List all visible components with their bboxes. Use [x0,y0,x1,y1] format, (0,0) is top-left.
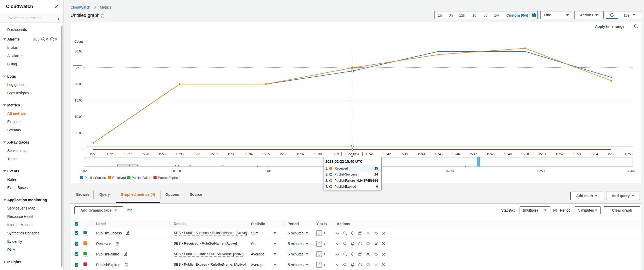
svg-text:15:27: 15:27 [124,152,132,156]
svg-text:15:49: 15:49 [504,152,512,156]
svg-text:15:31: 15:31 [193,152,201,156]
svg-text:0: 0 [46,37,48,41]
svg-text:15:30: 15:30 [176,152,184,156]
svg-text:PublishFailure: PublishFailure [132,176,152,180]
svg-text:15:38: 15:38 [314,152,322,156]
svg-text:15:34: 15:34 [245,152,253,156]
svg-text:15:46: 15:46 [452,152,460,156]
svg-text:15:44: 15:44 [417,152,425,156]
svg-text:15:45: 15:45 [435,152,443,156]
svg-text:PublishExpired: PublishExpired [158,176,179,180]
svg-text:15:55: 15:55 [607,152,615,156]
svg-text:15:33: 15:33 [228,152,235,156]
svg-text:15:32: 15:32 [210,152,218,156]
svg-text:20.00: 20.00 [75,82,82,86]
svg-text:01/23: 01/23 [81,169,88,173]
svg-text:0: 0 [55,37,57,41]
svg-text:15:56: 15:56 [625,152,633,156]
svg-text:15:48: 15:48 [487,152,494,156]
svg-text:15:51: 15:51 [538,152,546,156]
svg-text:15:29: 15:29 [158,152,166,156]
svg-text:15:43: 15:43 [400,152,408,156]
svg-text:15:37: 15:37 [297,152,304,156]
svg-text:15:41: 15:41 [366,152,374,156]
svg-text:5.00: 5.00 [76,131,83,135]
svg-text:30.00: 30.00 [75,50,82,53]
svg-text:15:36: 15:36 [279,152,287,156]
svg-text:15:39: 15:39 [331,152,339,156]
svg-text:15:47: 15:47 [469,152,477,156]
svg-text:15:53: 15:53 [573,152,581,156]
svg-text:0: 0 [81,147,82,151]
svg-text:02/27: 02/27 [537,169,545,173]
svg-text:Received: Received [112,176,126,180]
svg-text:15:42: 15:42 [383,152,391,156]
svg-text:10.00: 10.00 [75,115,82,119]
svg-text:02/06: 02/06 [264,169,271,173]
svg-text:0: 0 [38,37,39,41]
svg-text:15:35: 15:35 [262,152,270,156]
svg-text:PublishSuccess: PublishSuccess [85,176,107,180]
svg-text:15:28: 15:28 [141,152,149,156]
svg-text:15:26: 15:26 [107,152,115,156]
svg-text:03/06: 03/06 [627,169,635,173]
svg-text:01/30: 01/30 [173,169,181,173]
svg-text:15:54: 15:54 [590,152,598,156]
svg-text:15:25: 15:25 [89,152,97,156]
svg-text:15:52: 15:52 [556,152,563,156]
svg-text:15:50: 15:50 [521,152,529,156]
svg-text:02/20: 02/20 [446,169,454,173]
svg-text:15.00: 15.00 [75,99,82,102]
